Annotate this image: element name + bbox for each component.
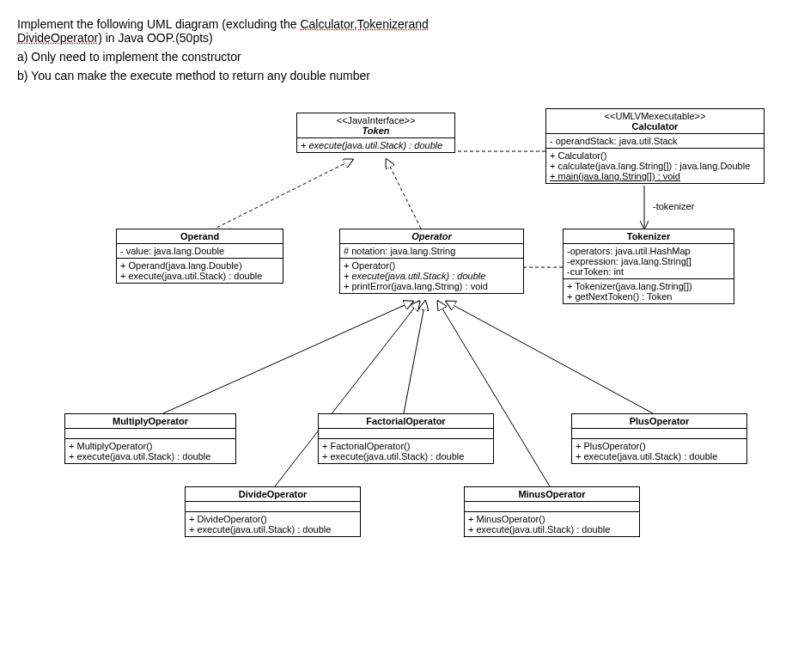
class-token: <<JavaInterface>> Token + execute(java.u… <box>296 113 455 153</box>
instr-1a: Implement the following UML diagram (exc… <box>17 17 300 31</box>
instruction-line-2: DivideOperator) in Java OOP.(50pts) <box>17 31 775 45</box>
multiply-name: MultiplyOperator <box>65 414 235 429</box>
operand-name: Operand <box>117 229 283 244</box>
instr-1b: Calculator,Tokenizerand <box>300 17 428 31</box>
class-operator: Operator # notation: java.lang.String + … <box>339 229 524 294</box>
uml-diagram: <<JavaInterface>> Token + execute(java.u… <box>17 108 775 590</box>
factorial-m2: + execute(java.util.Stack) : double <box>322 451 490 461</box>
operand-m1: + Operand(java.lang.Double) <box>120 260 279 271</box>
tokenizer-assoc-label: -tokenizer <box>653 201 694 211</box>
tokenizer-name: Tokenizer <box>564 229 734 244</box>
class-multiply: MultiplyOperator + MultiplyOperator() + … <box>64 413 236 464</box>
class-minus: MinusOperator + MinusOperator() + execut… <box>464 486 640 537</box>
plus-name: PlusOperator <box>572 414 746 429</box>
calc-attrs: - operandStack: java.util.Stack <box>546 134 764 149</box>
minus-name: MinusOperator <box>465 487 639 502</box>
operator-m2: + execute(java.util.Stack) : double <box>344 271 520 281</box>
class-operand: Operand - value: java.lang.Double + Oper… <box>116 229 283 284</box>
class-calculator: <<UMLVMexecutable>> Calculator - operand… <box>545 108 765 184</box>
class-plus: PlusOperator + PlusOperator() + execute(… <box>571 413 747 464</box>
calc-m3: + main(java.lang.String[]) : void <box>550 171 760 181</box>
tokenizer-a3: -curToken: int <box>567 266 730 277</box>
tokenizer-m2: + getNextToken() : Token <box>567 291 730 302</box>
operand-m2: + execute(java.util.Stack) : double <box>120 271 279 281</box>
tokenizer-m1: + Tokenizer(java.lang.String[]) <box>567 281 730 291</box>
operand-attrs: - value: java.lang.Double <box>117 244 283 259</box>
calc-name: Calculator <box>550 121 760 131</box>
plus-m2: + execute(java.util.Stack) : double <box>576 451 743 461</box>
token-name: Token <box>301 125 451 136</box>
multiply-m1: + MultiplyOperator() <box>69 441 232 451</box>
operator-m1: + Operator() <box>344 260 520 271</box>
tokenizer-a2: -expression: java.lang.String[] <box>567 256 730 266</box>
token-methods: + execute(java.util.Stack) : double <box>297 138 454 152</box>
svg-line-5 <box>163 302 412 413</box>
calc-m1: + Calculator() <box>550 150 760 161</box>
operator-m3: + printError(java.lang.String) : void <box>344 281 520 291</box>
instruction-line-1: Implement the following UML diagram (exc… <box>17 17 775 31</box>
calc-m2: + calculate(java.lang.String[]) : java.l… <box>550 161 760 171</box>
class-divide: DivideOperator + DivideOperator() + exec… <box>185 486 361 537</box>
operator-name: Operator <box>340 229 523 244</box>
instruction-a: a) Only need to implement the constructo… <box>17 50 775 64</box>
calc-stereo: <<UMLVMexecutable>> <box>550 111 760 121</box>
instruction-b: b) You can make the execute method to re… <box>17 69 775 82</box>
instructions-block: Implement the following UML diagram (exc… <box>17 17 775 45</box>
plus-m1: + PlusOperator() <box>576 441 743 451</box>
factorial-m1: + FactorialOperator() <box>322 441 490 451</box>
instr-2b: ) in Java OOP.(50pts) <box>98 31 213 45</box>
tokenizer-a1: -operators: java.util.HashMap <box>567 246 730 256</box>
svg-line-6 <box>404 302 425 413</box>
factorial-name: FactorialOperator <box>319 414 493 429</box>
class-tokenizer: Tokenizer -operators: java.util.HashMap … <box>563 229 734 304</box>
token-stereo: <<JavaInterface>> <box>301 115 451 125</box>
divide-m1: + DivideOperator() <box>189 514 356 524</box>
operator-attrs: # notation: java.lang.String <box>340 244 523 259</box>
divide-name: DivideOperator <box>186 487 360 502</box>
divide-m2: + execute(java.util.Stack) : double <box>189 524 356 535</box>
multiply-m2: + execute(java.util.Stack) : double <box>69 451 232 461</box>
svg-line-7 <box>447 302 653 413</box>
svg-line-2 <box>387 160 421 229</box>
class-factorial: FactorialOperator + FactorialOperator() … <box>318 413 494 464</box>
instr-2a: DivideOperator <box>17 31 98 45</box>
minus-m2: + execute(java.util.Stack) : double <box>468 524 636 535</box>
minus-m1: + MinusOperator() <box>468 514 636 524</box>
svg-line-1 <box>206 160 352 233</box>
